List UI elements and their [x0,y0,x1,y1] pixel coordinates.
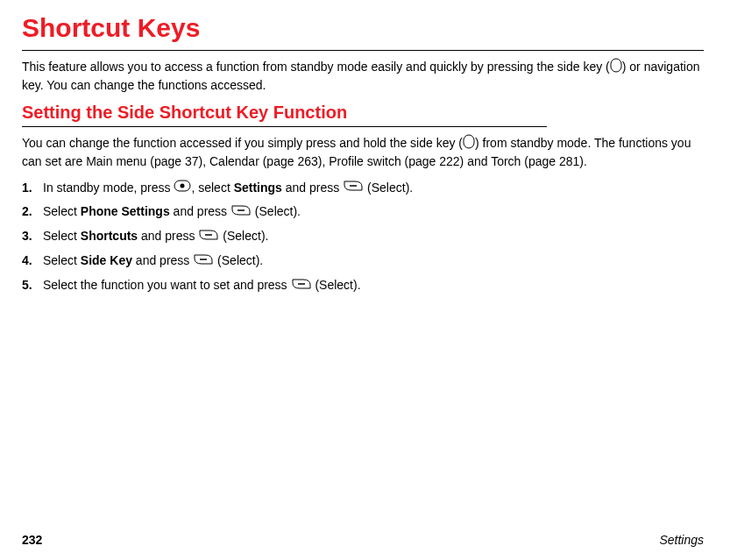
page-footer: 232 Settings [22,533,704,547]
step-text-pre: Select [43,253,81,267]
step-bold1: Side Key [81,253,132,267]
soft-key-icon [198,228,219,246]
step-2: 2. Select Phone Settings and press (Sele… [22,202,704,222]
page-number: 232 [22,533,42,547]
section-body: You can change the function accessed if … [22,134,704,170]
section-divider [22,126,547,127]
soft-key-icon [193,252,214,271]
step-number: 2. [22,202,32,221]
step-text-pre: Select [43,229,81,243]
title-divider [22,50,704,51]
step-text-seg2: and press [138,229,198,243]
soft-key-icon [291,277,312,295]
svg-point-3 [181,184,185,188]
svg-rect-1 [464,135,474,148]
svg-rect-0 [611,59,621,72]
step-3: 3. Select Shortcuts and press (Select). [22,227,704,246]
center-key-icon [174,179,191,197]
step-bold1: Settings [234,181,282,195]
step-bold1: Shortcuts [81,229,138,243]
step-number: 3. [22,227,32,245]
section-title: Setting the Side Shortcut Key Function [22,103,704,123]
step-text-seg1: , select [191,181,233,195]
step-text-seg2: and press [282,181,343,195]
section-body-part1: You can change the function accessed if … [22,135,463,149]
intro-text-part1: This feature allows you to access a func… [22,60,610,74]
step-number: 5. [22,276,32,294]
step-text-tail: (Select). [364,181,413,195]
footer-section-name: Settings [659,533,704,547]
step-text-pre: Select the function you want to set and … [43,278,291,292]
step-number: 4. [22,252,32,270]
step-text-tail: (Select). [214,253,263,267]
step-text-tail: (Select). [252,204,301,218]
step-text-seg2: and press [132,253,193,267]
steps-list: 1. In standby mode, press , select Setti… [22,179,704,295]
step-text-seg2: and press [170,204,230,218]
step-1: 1. In standby mode, press , select Setti… [22,179,704,198]
intro-paragraph: This feature allows you to access a func… [22,58,704,94]
step-bold1: Phone Settings [81,204,170,218]
page-title: Shortcut Keys [22,13,704,43]
step-text-tail: (Select). [219,229,268,243]
side-key-icon [463,134,475,153]
step-text-pre: In standby mode, press [43,181,174,195]
step-text-pre: Select [43,204,81,218]
soft-key-icon [230,203,252,222]
side-key-icon [610,58,622,77]
step-text-tail: (Select). [312,278,361,292]
soft-key-icon [343,179,364,197]
step-4: 4. Select Side Key and press (Select). [22,252,704,271]
step-5: 5. Select the function you want to set a… [22,276,704,295]
step-number: 1. [22,179,32,197]
